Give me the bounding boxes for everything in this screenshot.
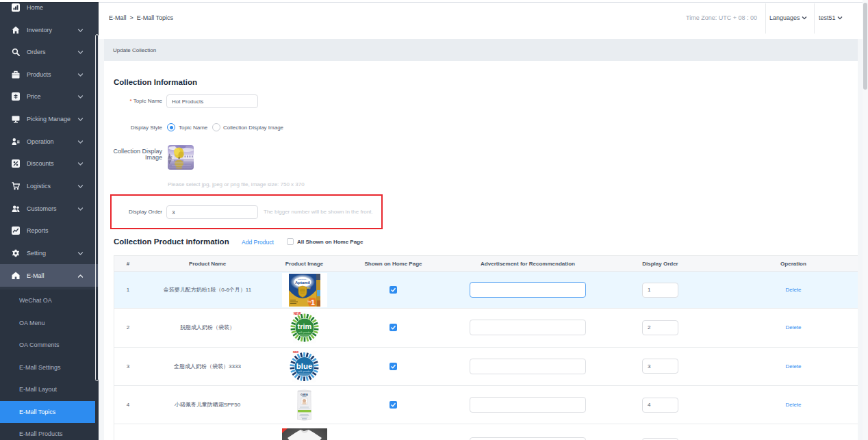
svg-text:PRONUTRA: PRONUTRA xyxy=(298,278,307,280)
svg-text:NEW: NEW xyxy=(293,351,299,354)
svg-text:Step: Step xyxy=(307,300,311,303)
svg-text:trim: trim xyxy=(297,322,311,331)
svg-text:Aptamil: Aptamil xyxy=(294,281,309,285)
svg-text:GAIA: GAIA xyxy=(301,392,309,396)
svg-text:1: 1 xyxy=(310,298,314,307)
svg-text:milk powder: milk powder xyxy=(298,331,311,334)
svg-text:milk powder: milk powder xyxy=(298,370,311,373)
svg-text:NEW: NEW xyxy=(294,312,301,315)
svg-text:blue: blue xyxy=(296,361,313,370)
